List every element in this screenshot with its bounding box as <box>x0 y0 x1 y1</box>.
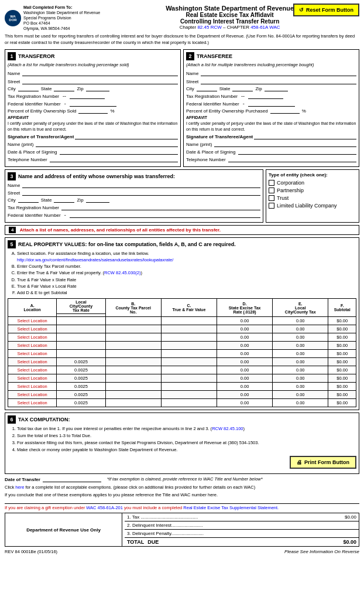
transferee-date-place-field[interactable] <box>238 149 357 155</box>
local-tax-cell: 0.00 <box>273 366 328 374</box>
checkbox-trust[interactable] <box>269 195 274 201</box>
entity-fed-id-field[interactable] <box>70 212 260 218</box>
col-a-rate-header: LocalCity/CountyTax Rate <box>57 299 105 314</box>
location-cell[interactable]: Select Location <box>8 333 57 342</box>
state-tax-cell: 0.00 <box>217 342 272 350</box>
entity-state-field[interactable] <box>54 202 74 203</box>
parcel-cell[interactable] <box>105 350 161 358</box>
parcel-cell[interactable] <box>105 383 161 391</box>
entity-tax-reg-field[interactable] <box>61 204 260 210</box>
location-cell[interactable]: Select Location <box>8 399 57 407</box>
parcel-cell[interactable] <box>105 342 161 350</box>
section-6: 6 TAX COMPUTATION: Total tax due on line… <box>5 412 359 474</box>
parcel-cell[interactable] <box>105 391 161 399</box>
transferee-sig-field[interactable] <box>254 134 356 139</box>
parcel-cell[interactable] <box>105 333 161 342</box>
checkbox-corporation[interactable] <box>269 180 274 186</box>
rate-cell: 0.0025 <box>57 391 105 399</box>
transferor-tax-reg-field[interactable] <box>70 98 105 99</box>
tfv-cell[interactable] <box>161 383 217 391</box>
location-cell[interactable]: Select Location <box>8 391 57 399</box>
entity-street-field[interactable] <box>22 190 260 196</box>
checkbox-llc[interactable] <box>269 203 274 209</box>
transferee-city-field[interactable] <box>197 91 217 91</box>
rate-cell <box>57 342 105 350</box>
date-transfer-row: Date of Transfer *If tax exemption is cl… <box>5 476 359 482</box>
subtotal-cell: $0.00 <box>328 333 356 342</box>
tfv-cell[interactable] <box>161 325 217 333</box>
entity-city-field[interactable] <box>18 202 39 203</box>
location-cell[interactable]: Select Location <box>8 342 57 350</box>
section-4-text: Attach a list of names, addresses, and r… <box>20 227 221 233</box>
parcel-cell[interactable] <box>105 374 161 383</box>
table-row: Select Location0.000.00$0.00 <box>8 350 356 358</box>
transferee-pct-field[interactable] <box>270 113 300 114</box>
transferor-street-field[interactable] <box>22 79 178 84</box>
location-cell[interactable]: Select Location <box>8 358 57 366</box>
rate-cell: 0.0025 <box>57 374 105 383</box>
transferee-telephone-field[interactable] <box>228 156 356 162</box>
transferor-zip-field[interactable] <box>86 91 109 91</box>
location-cell[interactable]: Select Location <box>8 366 57 374</box>
transferor-telephone-field[interactable] <box>50 156 178 162</box>
transferor-name-field[interactable] <box>22 70 178 76</box>
state-tax-cell: 0.00 <box>217 391 272 399</box>
tfv-cell[interactable] <box>161 350 217 358</box>
local-tax-cell: 0.00 <box>273 391 328 399</box>
transferor-fed-id-field[interactable] <box>70 106 116 107</box>
tfv-cell[interactable] <box>161 374 217 383</box>
transferee-name-field[interactable] <box>201 70 356 76</box>
entity-name-field[interactable] <box>22 182 260 188</box>
entity-type-llc[interactable]: Limited Liability Company <box>269 203 356 209</box>
transferee-street-field[interactable] <box>201 79 356 84</box>
entity-zip-field[interactable] <box>86 202 109 203</box>
transferor-name-print-field[interactable] <box>36 141 178 147</box>
reset-form-button[interactable]: ↺ Reset Form Button <box>293 4 359 16</box>
state-tax-cell: 0.00 <box>217 366 272 374</box>
rate-cell: 0.0025 <box>57 383 105 391</box>
location-cell[interactable]: Select Location <box>8 325 57 333</box>
tfv-cell[interactable] <box>161 358 217 366</box>
chapter-ref: Chapter 82.45 RCW – CHAPTER 458-61A WAC <box>100 25 359 30</box>
tfv-cell[interactable] <box>161 391 217 399</box>
tfv-cell[interactable] <box>161 399 217 407</box>
transferor-date-place-field[interactable] <box>60 149 178 155</box>
transferee-fed-id-field[interactable] <box>248 106 295 107</box>
parcel-cell[interactable] <box>105 399 161 407</box>
parcel-cell[interactable] <box>105 358 161 366</box>
location-cell[interactable]: Select Location <box>8 317 57 325</box>
table-row: Select Location0.000.00$0.00 <box>8 317 356 325</box>
section-4-num: 4 <box>9 227 16 233</box>
entity-type-partnership[interactable]: Partnership <box>269 188 356 193</box>
transferor-pct-field[interactable] <box>78 113 108 114</box>
local-tax-cell: 0.00 <box>273 317 328 325</box>
checkbox-partnership[interactable] <box>269 188 274 193</box>
transferee-state-field[interactable] <box>232 91 253 91</box>
local-tax-cell: 0.00 <box>273 350 328 358</box>
property-table: A.Location LocalCity/CountyTax Rate B.Co… <box>8 298 356 407</box>
parcel-cell[interactable] <box>105 325 161 333</box>
transferee-name-print-field[interactable] <box>214 141 356 147</box>
parcel-cell[interactable] <box>105 366 161 374</box>
transferor-sig-field[interactable] <box>75 134 178 139</box>
location-cell[interactable]: Select Location <box>8 350 57 358</box>
location-cell[interactable]: Select Location <box>8 374 57 383</box>
tfv-cell[interactable] <box>161 317 217 325</box>
col-c-header: C.True & Fair Value <box>161 299 217 317</box>
tfv-cell[interactable] <box>161 333 217 342</box>
transferee-zip-field[interactable] <box>265 91 288 91</box>
tfv-cell[interactable] <box>161 366 217 374</box>
parcel-cell[interactable] <box>105 317 161 325</box>
exemption-field[interactable] <box>5 499 359 504</box>
tax-table: 1. Tax .................................… <box>125 513 359 546</box>
entity-type-trust[interactable]: Trust <box>269 195 356 201</box>
transferee-tax-reg-field[interactable] <box>248 98 283 99</box>
entity-type-corporation[interactable]: Corporation <box>269 180 356 186</box>
transferor-city-field[interactable] <box>18 91 39 91</box>
location-cell[interactable]: Select Location <box>8 383 57 391</box>
print-form-button[interactable]: 🖨 Print Form Button <box>290 456 356 469</box>
transferor-state-field[interactable] <box>54 91 74 91</box>
tfv-cell[interactable] <box>161 342 217 350</box>
date-transfer-field[interactable] <box>43 476 101 482</box>
state-tax-cell: 0.00 <box>217 399 272 407</box>
